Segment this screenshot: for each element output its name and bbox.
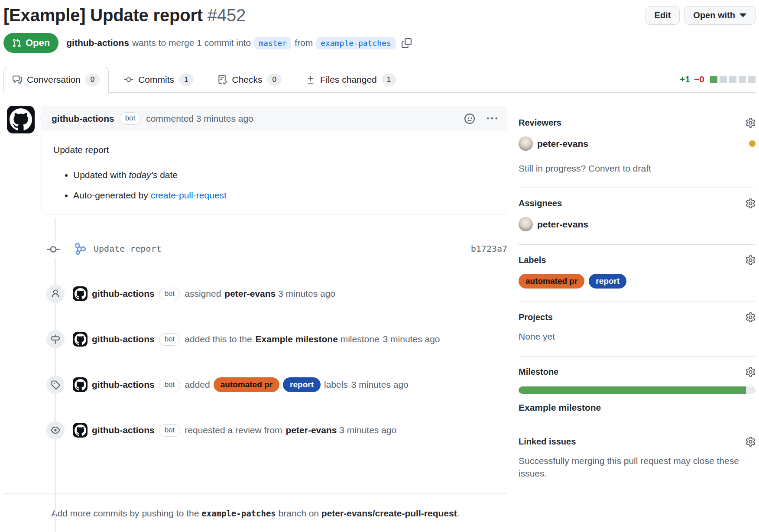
milestone-settings-gear[interactable] xyxy=(746,367,756,377)
file-diff-icon xyxy=(306,75,315,84)
comment-options-button[interactable] xyxy=(487,114,497,124)
comment-body: Update report Updated with today's date … xyxy=(42,131,507,214)
workflow-bot-avatar[interactable] xyxy=(73,241,88,256)
push-note-pre: Add more commits by pushing to the xyxy=(52,508,202,518)
convert-to-draft-link[interactable]: Convert to draft xyxy=(588,163,651,173)
diff-block-neutral xyxy=(729,76,736,83)
assignees-settings-gear[interactable] xyxy=(746,198,756,208)
commit-sha[interactable]: b1723a7 xyxy=(471,243,507,254)
pull-request-icon xyxy=(12,39,21,48)
meta-from: from xyxy=(295,38,313,48)
bot-badge: bot xyxy=(159,333,181,346)
comment-author[interactable]: github-actions xyxy=(52,114,114,124)
create-pull-request-link[interactable]: create-pull-request xyxy=(151,190,227,200)
event-author[interactable]: github-actions xyxy=(92,380,155,390)
event-target[interactable]: peter-evans xyxy=(286,425,337,435)
tab-files-changed[interactable]: Files changed 1 xyxy=(297,67,405,93)
push-note-branch: example-patches xyxy=(201,509,276,518)
bullet1-pre: Updated with xyxy=(73,170,129,180)
tab-files-changed-label: Files changed xyxy=(320,75,377,85)
gear-icon xyxy=(746,437,756,447)
copy-branch-button[interactable] xyxy=(402,38,412,48)
pending-review-dot xyxy=(749,140,756,147)
event-review-requested: github-actions bot requested a review fr… xyxy=(3,420,507,441)
label-automated-pr[interactable]: automated pr xyxy=(519,274,584,289)
base-branch-chip[interactable]: master xyxy=(254,37,291,49)
sidebar-reviewers: Reviewers peter-evans Still in progress?… xyxy=(519,114,756,188)
hint-pre: Still in progress? xyxy=(519,163,588,173)
label-automated-pr[interactable]: automated pr xyxy=(214,377,279,392)
push-note-repo: peter-evans/create-pull-request xyxy=(321,508,457,518)
event-text: requested a review from xyxy=(185,425,282,435)
bot-badge: bot xyxy=(159,379,181,391)
github-actions-avatar[interactable] xyxy=(73,423,88,438)
projects-settings-gear[interactable] xyxy=(746,312,756,322)
bullet1-post: date xyxy=(157,170,178,180)
bullet2-pre: Auto-generated by xyxy=(73,190,151,200)
assignees-heading: Assignees xyxy=(519,198,562,208)
open-with-label: Open with xyxy=(693,10,735,20)
workflow-icon xyxy=(73,241,88,256)
reviewers-heading: Reviewers xyxy=(519,118,561,128)
tab-conversation[interactable]: Conversation 0 xyxy=(3,67,109,93)
checks-icon xyxy=(218,75,227,84)
diffstat-blocks xyxy=(710,76,756,83)
label-report[interactable]: report xyxy=(589,274,626,289)
tab-checks[interactable]: Checks 0 xyxy=(209,67,291,93)
sidebar-assignees: Assignees peter-evans xyxy=(519,188,756,245)
event-target-milestone[interactable]: Example milestone xyxy=(256,334,338,344)
smiley-icon xyxy=(464,114,475,124)
pr-state-label: Open xyxy=(26,37,50,49)
edit-button[interactable]: Edit xyxy=(645,6,680,25)
tab-commits-count: 1 xyxy=(179,74,193,86)
convert-to-draft-hint: Still in progress? Convert to draft xyxy=(519,162,756,175)
octocat-icon xyxy=(75,379,86,391)
event-author[interactable]: github-actions xyxy=(92,425,155,435)
open-with-button[interactable]: Open with xyxy=(684,6,756,25)
event-assigned: github-actions bot assigned peter-evans … xyxy=(3,283,507,304)
label-report[interactable]: report xyxy=(283,377,321,392)
tab-commits[interactable]: Commits 1 xyxy=(115,67,202,93)
milestone-heading: Milestone xyxy=(519,367,558,377)
reviewers-settings-gear[interactable] xyxy=(746,118,756,128)
comment-box: github-actions bot commented 3 minutes a… xyxy=(42,106,507,214)
event-author[interactable]: github-actions xyxy=(92,334,155,344)
event-time[interactable]: 3 minutes ago xyxy=(339,425,396,435)
event-text: added xyxy=(185,380,210,390)
labels-settings-gear[interactable] xyxy=(746,255,756,265)
github-actions-avatar[interactable] xyxy=(7,106,35,133)
event-time[interactable]: 3 minutes ago xyxy=(351,380,409,390)
assignee-row: peter-evans xyxy=(519,217,756,231)
assignee-name[interactable]: peter-evans xyxy=(537,219,588,230)
diffstat: +1 −0 xyxy=(680,74,756,92)
peter-evans-avatar[interactable] xyxy=(519,217,533,231)
milestone-icon xyxy=(46,330,65,348)
sidebar-projects: Projects None yet xyxy=(519,302,756,356)
meta-author[interactable]: github-actions xyxy=(66,38,129,48)
event-author[interactable]: github-actions xyxy=(92,289,155,299)
peter-evans-avatar[interactable] xyxy=(519,136,533,151)
diffstat-deletions: −0 xyxy=(694,74,704,84)
person-icon xyxy=(46,285,65,303)
projects-empty: None yet xyxy=(519,330,756,343)
github-actions-avatar[interactable] xyxy=(73,286,88,301)
add-reaction-button[interactable] xyxy=(464,114,475,124)
event-time[interactable]: 3 minutes ago xyxy=(278,289,335,299)
page-title: [Example] Update report #452 xyxy=(3,4,246,26)
milestone-link[interactable]: Example milestone xyxy=(519,402,601,413)
diffstat-additions: +1 xyxy=(680,74,690,84)
tab-checks-label: Checks xyxy=(232,75,263,85)
linked-issues-settings-gear[interactable] xyxy=(746,437,756,447)
head-branch-chip[interactable]: example-patches xyxy=(316,37,396,49)
reviewer-name[interactable]: peter-evans xyxy=(537,139,588,149)
comment-action: commented 3 minutes ago xyxy=(146,114,253,124)
sidebar-labels-list: automated prreport xyxy=(519,274,756,289)
tab-conversation-label: Conversation xyxy=(27,75,81,85)
event-target[interactable]: peter-evans xyxy=(224,289,276,299)
diff-block-neutral xyxy=(720,76,727,83)
github-actions-avatar[interactable] xyxy=(73,377,88,392)
tab-conversation-count: 0 xyxy=(85,74,100,86)
github-actions-avatar[interactable] xyxy=(73,332,88,347)
commit-message[interactable]: Update report xyxy=(94,243,162,254)
event-time[interactable]: 3 minutes ago xyxy=(383,334,440,344)
